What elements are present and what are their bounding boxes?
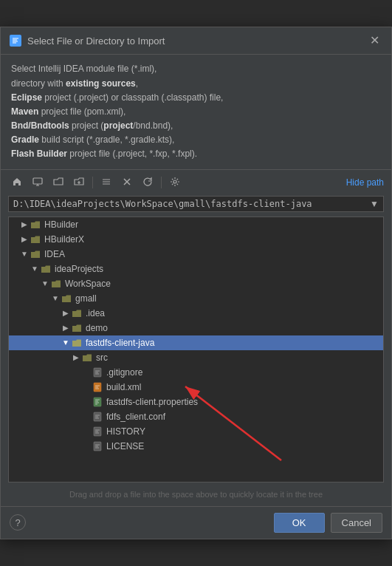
expand-arrow[interactable]: ▼ (40, 279, 50, 287)
list-item[interactable]: ▼ fastdfs-client-java (9, 335, 383, 350)
svg-rect-5 (94, 398, 101, 406)
item-label: HBuilderX (44, 234, 84, 245)
item-label: fdfs_client.conf (106, 412, 165, 422)
list-item[interactable]: ▼ IDEA (9, 247, 383, 262)
close-button[interactable]: ✕ (367, 33, 382, 48)
item-label: HISTORY (106, 426, 145, 437)
item-label: build.xml (106, 382, 141, 392)
folder-icon (30, 233, 41, 245)
file-tree[interactable]: ▶ HBuilder ▶ HBuilderX ▼ (8, 216, 384, 483)
desc-line5: Bnd/Bndtools project (project/bnd.bnd), (11, 120, 173, 131)
item-label: .idea (86, 308, 105, 318)
list-item[interactable]: ▼ WorkSpace (9, 276, 383, 291)
desktop-button[interactable] (29, 174, 47, 191)
description-area: Select Intellij IDEA module file (*.iml)… (1, 55, 391, 169)
expand-all-button[interactable] (97, 174, 115, 191)
desc-line6: Gradle build script (*.gradle, *.gradle.… (11, 134, 174, 145)
folder-icon (50, 278, 62, 290)
folder-icon (81, 352, 93, 364)
path-text: D:\IDEA\ideaProjects\WorkSpace\gmall\fas… (13, 199, 367, 209)
item-label: WorkSpace (65, 279, 111, 289)
list-item[interactable]: ▶ src (9, 350, 383, 365)
svg-point-2 (173, 180, 176, 183)
cancel-button[interactable]: Cancel (331, 513, 382, 533)
desc-line4: Maven project file (pom.xml), (11, 106, 125, 117)
expand-arrow[interactable]: ▶ (61, 324, 71, 332)
list-item[interactable]: ▼ ideaProjects (9, 262, 383, 276)
expand-arrow[interactable]: ▶ (61, 309, 71, 317)
item-label: .gitignore (106, 367, 142, 378)
list-item[interactable]: ▶ HBuilderX (9, 232, 383, 247)
folder-icon (71, 322, 83, 334)
separator2 (161, 177, 162, 188)
desc-line1: Select Intellij IDEA module file (*.iml)… (11, 64, 157, 74)
list-item[interactable]: ▶ .idea (9, 306, 383, 321)
item-label: fastdfs-client.properties (106, 397, 198, 407)
hide-path-button[interactable]: Hide path (346, 177, 384, 188)
expand-arrow[interactable]: ▶ (19, 220, 30, 228)
desc-line3: Eclipse project (.project) or classpath … (11, 92, 223, 103)
dialog: Select File or Directory to Import ✕ Sel… (0, 27, 392, 539)
item-label: LICENSE (106, 441, 144, 451)
folder-button[interactable] (49, 174, 67, 191)
bottom-bar: ? OK Cancel (1, 506, 391, 539)
file-props-icon (92, 396, 103, 408)
file-conf-icon (92, 411, 103, 423)
folder-icon (61, 293, 72, 304)
item-label: HBuilder (44, 219, 78, 230)
separator1 (92, 177, 93, 188)
expand-arrow[interactable]: ▼ (19, 250, 30, 258)
help-button[interactable]: ? (10, 514, 26, 531)
list-item[interactable]: HISTORY (9, 424, 383, 439)
new-folder-button[interactable] (70, 174, 88, 191)
path-dropdown-icon[interactable]: ▼ (370, 199, 379, 209)
list-item[interactable]: build.xml (9, 380, 383, 395)
expand-arrow[interactable]: ▶ (71, 353, 81, 361)
action-buttons: OK Cancel (274, 513, 382, 533)
desc-line7: Flash Builder project file (.project, *.… (11, 149, 197, 159)
title-bar: Select File or Directory to Import ✕ (1, 27, 391, 55)
list-item[interactable]: ▶ demo (9, 321, 383, 335)
file-plain-icon (92, 426, 103, 437)
svg-rect-1 (33, 178, 42, 184)
file-plain2-icon (92, 440, 103, 452)
item-label: fastdfs-client-java (86, 338, 154, 348)
toolbar: Hide path (1, 170, 391, 196)
folder-icon (40, 263, 52, 275)
item-label: IDEA (44, 249, 65, 259)
refresh-button[interactable] (139, 174, 157, 191)
item-label: src (96, 352, 108, 363)
item-label: ideaProjects (55, 264, 103, 274)
title-bar-left: Select File or Directory to Import (10, 35, 165, 47)
home-button[interactable] (8, 174, 26, 191)
expand-arrow[interactable]: ▼ (61, 338, 71, 347)
list-item[interactable]: LICENSE (9, 439, 383, 454)
list-item[interactable]: ▶ HBuilder (9, 217, 383, 232)
folder-icon (30, 219, 41, 231)
settings-button[interactable] (166, 174, 184, 191)
item-label: gmall (75, 293, 97, 304)
file-xml-icon (92, 381, 103, 393)
list-item[interactable]: ▼ gmall (9, 291, 383, 306)
list-item[interactable]: fastdfs-client.properties (9, 395, 383, 409)
file-icon (92, 366, 103, 378)
drag-hint: Drag and drop a file into the space abov… (8, 485, 384, 503)
folder-icon (30, 248, 41, 260)
folder-icon (71, 337, 83, 349)
tree-wrapper: ▶ HBuilder ▶ HBuilderX ▼ (1, 216, 391, 483)
expand-arrow[interactable]: ▼ (50, 294, 61, 302)
dialog-icon (10, 35, 21, 47)
item-label: demo (86, 323, 108, 333)
folder-icon (71, 307, 83, 319)
expand-arrow[interactable]: ▼ (30, 265, 40, 273)
list-item[interactable]: .gitignore (9, 365, 383, 380)
dialog-title: Select File or Directory to Import (27, 35, 165, 47)
list-item[interactable]: fdfs_client.conf (9, 409, 383, 424)
desc-line2: directory with existing sources, (11, 78, 138, 89)
ok-button[interactable]: OK (274, 513, 325, 533)
expand-arrow[interactable]: ▶ (19, 235, 30, 243)
delete-button[interactable] (118, 174, 136, 191)
path-bar: D:\IDEA\ideaProjects\WorkSpace\gmall\fas… (8, 196, 384, 212)
